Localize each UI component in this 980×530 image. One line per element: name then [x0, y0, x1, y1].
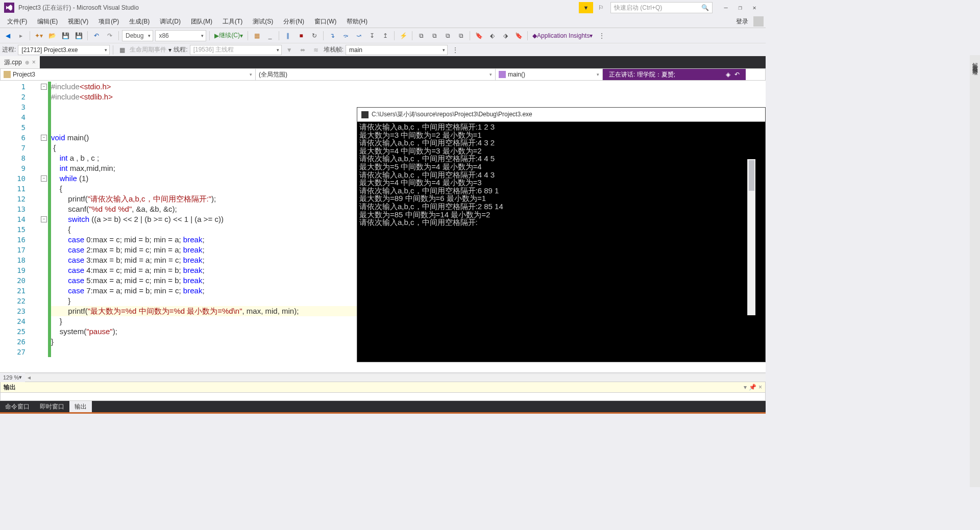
output-close-icon[interactable]: × — [758, 384, 762, 391]
console-window[interactable]: C:\Users\菜小涛\source\repos\Project3\Debug… — [357, 107, 766, 362]
thread-btn3[interactable]: ≋ — [310, 44, 322, 56]
menu-test[interactable]: 测试(S) — [248, 16, 278, 27]
tab-source-cpp[interactable]: 源.cpp ⊕ × — [0, 56, 40, 68]
bookmark-next[interactable]: ⬗ — [500, 30, 511, 41]
menu-view[interactable]: 视图(V) — [63, 16, 93, 27]
nav-fwd-button[interactable]: ▸ — [15, 30, 27, 41]
tab-command-window[interactable]: 命令窗口 — [0, 401, 35, 412]
intellitrace-btn[interactable]: ⚡ — [398, 30, 409, 41]
toolbar-debug: 进程: [21712] Project3.exe ▦ 生命周期事件 ▾ 线程: … — [0, 43, 766, 56]
restart-button[interactable]: ↻ — [309, 30, 320, 41]
console-titlebar[interactable]: C:\Users\菜小涛\source\repos\Project3\Debug… — [357, 108, 765, 122]
console-title: C:\Users\菜小涛\source\repos\Project3\Debug… — [372, 110, 532, 119]
tb-btn-a[interactable]: ⧉ — [415, 30, 427, 41]
statusbar: ▭ 就绪 https://blog.csdn.net/qq_36757786 ↑… — [0, 412, 766, 414]
toolbar-main: ◀ ▸ ✦▾ 📂 💾 💾 ↶ ↷ Debug x86 ▶ 继续(C) ▾ ▦ _… — [0, 28, 766, 43]
zoom-dropdown[interactable]: 129 % ▾ — [0, 373, 25, 382]
editor-scrollbar-h[interactable]: ◂ — [25, 373, 766, 382]
liveshare-banner: 正在讲话: 理学院：夏赟; ◈ ↶ — [603, 69, 746, 80]
thread-btn1[interactable]: ▼ — [284, 44, 295, 56]
maximize-button[interactable]: ❐ — [733, 2, 747, 13]
insights-button[interactable]: ◆ Application Insights ▾ — [531, 30, 594, 41]
tb-btn-d[interactable]: ⧉ — [455, 30, 467, 41]
step-out-button[interactable]: ⤻ — [353, 30, 364, 41]
output-panel-header[interactable]: 输出 ▾ 📌 × — [0, 382, 766, 393]
close-button[interactable]: ✕ — [747, 2, 762, 13]
step-into-button[interactable]: ↴ — [327, 30, 338, 41]
continue-button[interactable]: ▶ 继续(C) ▾ — [213, 30, 244, 41]
menu-tools[interactable]: 工具(T) — [217, 16, 248, 27]
tab-output[interactable]: 输出 — [69, 401, 92, 412]
pin-icon[interactable]: ⊕ — [25, 60, 29, 65]
document-tabstrip: 源.cpp ⊕ × — [0, 56, 766, 68]
menu-team[interactable]: 团队(M) — [186, 16, 217, 27]
quick-launch-input[interactable]: 快速启动 (Ctrl+Q) 🔍 — [610, 2, 713, 13]
bookmark-btn[interactable]: 🔖 — [473, 30, 484, 41]
tab-immediate-window[interactable]: 即时窗口 — [35, 401, 69, 412]
menu-edit[interactable]: 编辑(E) — [32, 16, 63, 27]
window-title: Project3 (正在运行) - Microsoft Visual Studi… — [18, 4, 139, 12]
output-pin-icon[interactable]: 📌 — [749, 384, 756, 391]
undo-button[interactable]: ↶ — [91, 30, 102, 41]
feedback-flag-icon[interactable]: ⚐ — [595, 2, 606, 13]
config-dropdown[interactable]: Debug — [122, 30, 153, 41]
save-all-button[interactable]: 💾 — [73, 30, 84, 41]
avatar-icon[interactable] — [753, 16, 764, 27]
vs-logo-icon — [4, 3, 14, 13]
output-dropdown-icon[interactable]: ▾ — [744, 384, 747, 391]
menubar: 文件(F) 编辑(E) 视图(V) 项目(P) 生成(B) 调试(D) 团队(M… — [0, 15, 766, 28]
bookmark-prev[interactable]: ⬖ — [486, 30, 498, 41]
debug-btn1[interactable]: ▦ — [251, 30, 262, 41]
menu-window[interactable]: 窗口(W) — [309, 16, 341, 27]
step-btn5[interactable]: ↥ — [380, 30, 391, 41]
editor-scrollbar-v[interactable] — [747, 159, 755, 315]
navbar-scope[interactable]: (全局范围) — [256, 69, 496, 80]
console-icon — [361, 111, 369, 118]
menu-build[interactable]: 生成(B) — [124, 16, 155, 27]
toolbar2-overflow[interactable]: ⋮ — [450, 44, 461, 56]
new-project-button[interactable]: ✦▾ — [33, 30, 44, 41]
platform-dropdown[interactable]: x86 — [155, 30, 206, 41]
step-over-button[interactable]: ⤼ — [340, 30, 351, 41]
liveshare-icon1[interactable]: ◈ — [726, 71, 730, 78]
bottom-tool-tabs: 命令窗口 即时窗口 输出 — [0, 401, 766, 412]
menu-project[interactable]: 项目(P) — [93, 16, 124, 27]
thread-dropdown[interactable]: [19536] 主线程 — [190, 45, 282, 55]
navbar-project[interactable]: Project3 — [1, 69, 256, 80]
redo-button[interactable]: ↷ — [104, 30, 115, 41]
liveshare-icon2[interactable]: ↶ — [734, 71, 740, 78]
tb-btn-b[interactable]: ⧉ — [429, 30, 440, 41]
thread-label: 线程: — [174, 45, 187, 54]
notification-icon[interactable] — [579, 2, 593, 13]
nav-back-button[interactable]: ◀ — [2, 30, 13, 41]
toolbar-overflow[interactable]: ⋮ — [596, 30, 607, 41]
step-btn4[interactable]: ↧ — [366, 30, 378, 41]
editor-wrap: 1234567891011121314151617181920212223242… — [0, 81, 766, 372]
save-button[interactable]: 💾 — [60, 30, 71, 41]
line-gutter: 1234567891011121314151617181920212223242… — [0, 81, 40, 372]
process-dropdown[interactable]: [21712] Project3.exe — [18, 45, 110, 55]
stackframe-label: 堆栈帧: — [324, 45, 344, 54]
menu-help[interactable]: 帮助(H) — [341, 16, 373, 27]
signin-link[interactable]: 登录 — [733, 17, 751, 26]
menu-debug[interactable]: 调试(D) — [155, 16, 186, 27]
console-body[interactable]: 请依次输入a,b,c，中间用空格隔开:1 2 3最大数为=3 中间数为=2 最小… — [357, 122, 765, 228]
navbar-member[interactable]: main() — [496, 69, 603, 80]
close-icon[interactable]: × — [32, 59, 36, 66]
menu-analyze[interactable]: 分析(N) — [278, 16, 309, 27]
stop-button[interactable]: ■ — [296, 30, 307, 41]
output-title: 输出 — [4, 383, 16, 392]
lifecycle-icon[interactable]: ▦ — [116, 44, 128, 56]
process-label: 进程: — [2, 45, 16, 54]
stackframe-dropdown[interactable]: main — [346, 45, 448, 55]
debug-btn2[interactable]: _ — [264, 30, 276, 41]
titlebar: Project3 (正在运行) - Microsoft Visual Studi… — [0, 0, 766, 15]
open-file-button[interactable]: 📂 — [46, 30, 58, 41]
menu-file[interactable]: 文件(F) — [2, 16, 32, 27]
tb-btn-c[interactable]: ⧉ — [442, 30, 453, 41]
bookmark-clear[interactable]: 🔖 — [513, 30, 524, 41]
thread-btn2[interactable]: ⬌ — [297, 44, 308, 56]
minimize-button[interactable]: — — [719, 2, 733, 13]
fold-column[interactable] — [40, 81, 48, 372]
pause-button[interactable]: ∥ — [282, 30, 293, 41]
